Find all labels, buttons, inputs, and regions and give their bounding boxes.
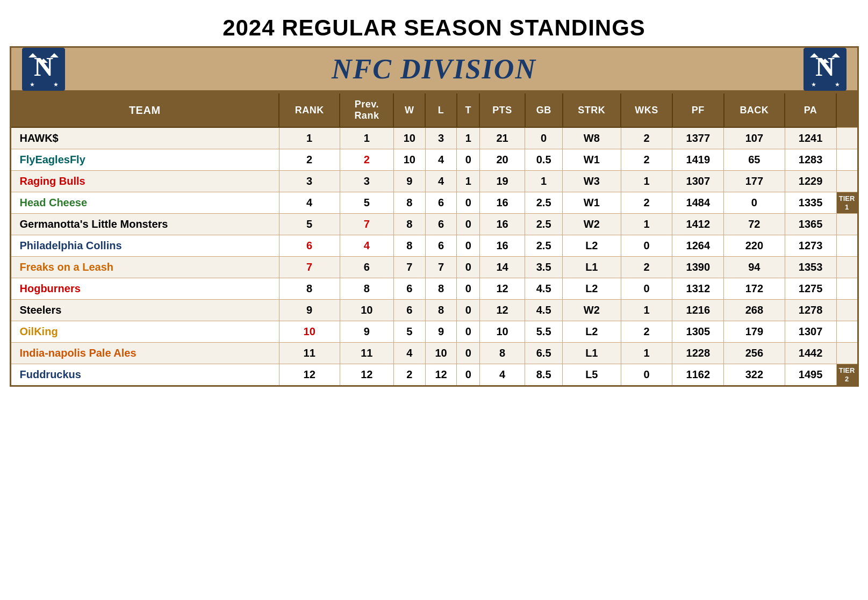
team-rank: 3 [279,171,340,192]
team-t: 0 [457,343,480,364]
team-l: 6 [425,214,457,235]
team-pa: 1335 [785,192,836,214]
team-strk: L2 [563,235,621,257]
team-l: 3 [425,127,457,149]
team-wks: 0 [621,278,672,300]
col-pts: PTS [479,93,525,128]
team-gb: 2.5 [525,214,563,235]
team-gb: 6.5 [525,343,563,364]
team-w: 10 [393,127,425,149]
svg-text:★: ★ [835,81,840,88]
team-strk: W8 [563,127,621,149]
team-name: HAWK$ [10,127,279,149]
team-name: Raging Bulls [10,171,279,192]
team-prev-rank: 5 [340,192,393,214]
tier-badge [836,278,858,300]
tier-badge: TIER2 [836,364,858,386]
team-pts: 20 [479,149,525,171]
team-gb: 0 [525,127,563,149]
team-back: 107 [724,127,785,149]
team-pts: 16 [479,192,525,214]
team-pa: 1275 [785,278,836,300]
tier-badge [836,149,858,171]
svg-text:★: ★ [811,81,816,88]
team-gb: 0.5 [525,149,563,171]
tier-badge [836,257,858,278]
team-rank: 5 [279,214,340,235]
team-t: 0 [457,257,480,278]
team-wks: 2 [621,257,672,278]
table-row: Head Cheese45860162.5W12148401335TIER1 [10,192,858,214]
team-wks: 1 [621,214,672,235]
team-pts: 21 [479,127,525,149]
team-prev-rank: 10 [340,300,393,321]
team-pf: 1312 [672,278,724,300]
team-l: 4 [425,171,457,192]
team-w: 4 [393,343,425,364]
team-name: India-napolis Pale Ales [10,343,279,364]
division-title: NFC DIVISION [332,53,536,85]
team-prev-rank: 2 [340,149,393,171]
tier-badge [836,127,858,149]
team-pts: 14 [479,257,525,278]
team-pts: 16 [479,235,525,257]
team-back: 268 [724,300,785,321]
team-pf: 1484 [672,192,724,214]
team-back: 179 [724,321,785,343]
team-name: Steelers [10,300,279,321]
team-name: FlyEaglesFly [10,149,279,171]
division-header: N ★ ★ NFC DIVISION N ★ ★ [10,46,859,92]
team-rank: 9 [279,300,340,321]
team-pa: 1273 [785,235,836,257]
tier-badge: TIER1 [836,192,858,214]
team-wks: 2 [621,127,672,149]
team-pf: 1307 [672,171,724,192]
team-rank: 4 [279,192,340,214]
col-t: T [457,93,480,128]
team-l: 8 [425,278,457,300]
tier-badge [836,235,858,257]
team-rank: 12 [279,364,340,386]
col-w: W [393,93,425,128]
table-row: India-napolis Pale Ales1111410086.5L1112… [10,343,858,364]
table-row: OilKing109590105.5L2213051791307 [10,321,858,343]
team-w: 8 [393,235,425,257]
team-l: 10 [425,343,457,364]
team-w: 9 [393,171,425,192]
team-prev-rank: 7 [340,214,393,235]
team-w: 6 [393,278,425,300]
table-row: Fuddruckus1212212048.5L5011623221495TIER… [10,364,858,386]
svg-text:N: N [815,52,834,82]
col-pa: PA [785,93,836,128]
team-wks: 2 [621,192,672,214]
col-wks: WKS [621,93,672,128]
team-wks: 1 [621,300,672,321]
table-row: Steelers910680124.5W2112162681278 [10,300,858,321]
team-pf: 1377 [672,127,724,149]
team-prev-rank: 1 [340,127,393,149]
tier-badge [836,343,858,364]
col-l: L [425,93,457,128]
team-pts: 19 [479,171,525,192]
team-wks: 1 [621,171,672,192]
table-row: Philadelphia Collins64860162.5L201264220… [10,235,858,257]
team-w: 7 [393,257,425,278]
team-t: 0 [457,149,480,171]
team-pa: 1365 [785,214,836,235]
team-rank: 10 [279,321,340,343]
team-prev-rank: 11 [340,343,393,364]
team-l: 12 [425,364,457,386]
team-pa: 1229 [785,171,836,192]
team-wks: 1 [621,343,672,364]
team-wks: 2 [621,321,672,343]
team-rank: 2 [279,149,340,171]
team-name: Hogburners [10,278,279,300]
team-l: 6 [425,235,457,257]
team-prev-rank: 8 [340,278,393,300]
team-strk: L5 [563,364,621,386]
team-rank: 1 [279,127,340,149]
team-pts: 8 [479,343,525,364]
team-pf: 1264 [672,235,724,257]
team-w: 5 [393,321,425,343]
team-t: 0 [457,235,480,257]
